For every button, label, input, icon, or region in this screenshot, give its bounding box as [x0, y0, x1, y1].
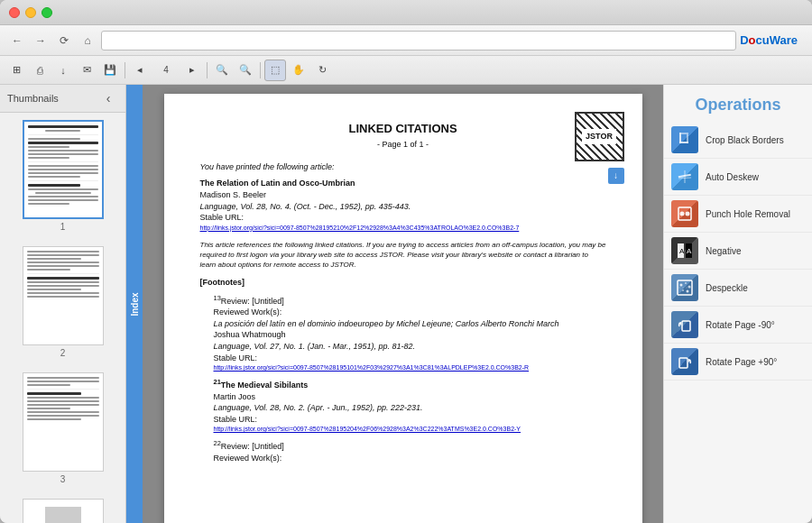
- pdf-title: LINKED CITATIONS: [200, 121, 606, 137]
- ops-label-rotate-left: Rotate Page -90°: [706, 320, 775, 330]
- pan-button[interactable]: ✋: [288, 60, 309, 81]
- refresh-button[interactable]: ⟳: [54, 31, 74, 50]
- fn2-num: 21: [214, 378, 221, 386]
- stable-url-label: Stable URL:: [200, 212, 606, 224]
- fn2-citation: Language, Vol. 28, No. 2. (Apr. - Jun., …: [214, 402, 606, 414]
- fn3-num: 22: [214, 439, 221, 447]
- ops-item-despeckle[interactable]: Despeckle: [664, 270, 812, 307]
- minimize-button[interactable]: [25, 7, 36, 18]
- thumbnail-page-2: 2: [60, 348, 66, 358]
- thumbnail-image-4: [23, 499, 104, 523]
- article-title: The Relation of Latin and Osco-Umbrian: [200, 178, 606, 189]
- separator-3: [260, 62, 261, 78]
- arrow-right-button[interactable]: ▸: [181, 60, 203, 81]
- close-button[interactable]: [9, 7, 20, 18]
- collapse-panel-button[interactable]: ‹: [98, 88, 118, 108]
- fn2-title: 21The Medieval Sibilants: [214, 378, 606, 391]
- article-citation: Language, Vol. 28, No. 4. (Oct. - Dec., …: [200, 201, 606, 213]
- ops-label-punch: Punch Hole Removal: [706, 209, 790, 219]
- home-button[interactable]: ⌂: [78, 31, 97, 50]
- save-button[interactable]: 💾: [99, 60, 121, 81]
- thumbnail-panel: Thumbnails ‹: [0, 85, 126, 523]
- fn1-title: Review: [Untitled]: [221, 297, 284, 306]
- title-bar: [0, 0, 812, 25]
- address-bar[interactable]: [101, 31, 736, 50]
- thumbnail-header: Thumbnails ‹: [0, 85, 125, 113]
- fn1-num: 13: [214, 294, 221, 302]
- side-tab[interactable]: Index: [126, 85, 143, 523]
- footnote-3: 22Review: [Untitled] Reviewed Work(s):: [214, 439, 606, 463]
- intro-text: You have printed the following article:: [200, 161, 606, 173]
- body-section: This article references the following li…: [200, 240, 606, 271]
- fn2-author: Martin Joos: [214, 391, 606, 403]
- crop-icon: [671, 126, 698, 153]
- thumbnail-item-3[interactable]: 3: [0, 365, 125, 491]
- fn2-url[interactable]: http://links.jstor.org/sici?sici=0097-85…: [214, 425, 606, 434]
- email-button[interactable]: ✉: [76, 60, 97, 81]
- thumbnail-item-4[interactable]: [0, 491, 125, 523]
- thumbnail-item-2[interactable]: 2: [0, 239, 125, 365]
- svg-point-19: [687, 290, 689, 293]
- fn1-stable-label: Stable URL:: [214, 353, 606, 364]
- zoom-in-button[interactable]: 🔍: [211, 60, 233, 81]
- despeckle-icon: [671, 274, 698, 301]
- body-text: This article references the following li…: [200, 240, 606, 271]
- svg-text:A: A: [679, 247, 685, 255]
- svg-rect-3: [681, 133, 688, 134]
- maximize-button[interactable]: [42, 7, 52, 18]
- toolbar: ⊞ ⎙ ↓ ✉ 💾 ◂ 4 ▸ 🔍 🔍 ⬚ ✋ ↻: [0, 56, 812, 85]
- article-section: The Relation of Latin and Osco-Umbrian M…: [200, 178, 606, 232]
- svg-point-8: [680, 212, 685, 216]
- separator-1: [125, 62, 125, 78]
- separator-2: [207, 62, 208, 78]
- ops-item-rotate-right[interactable]: Rotate Page +90°: [664, 344, 812, 381]
- article-author: Madison S. Beeler: [200, 189, 606, 201]
- thumbnail-image-1: [23, 120, 104, 219]
- ops-item-crop[interactable]: Crop Black Borders: [664, 122, 812, 159]
- fn2-stable-label: Stable URL:: [214, 414, 606, 426]
- download-icon[interactable]: ↓: [608, 168, 624, 184]
- ops-label-rotate-right: Rotate Page +90°: [706, 357, 777, 367]
- zoom-out-button[interactable]: 🔍: [235, 60, 256, 81]
- footnotes-label: [Footnotes]: [200, 277, 606, 289]
- print-button[interactable]: ⎙: [29, 60, 51, 81]
- svg-point-15: [680, 284, 683, 287]
- jstor-logo: JSTOR: [575, 112, 624, 161]
- ops-label-negative: Negative: [706, 246, 741, 256]
- ops-item-punch[interactable]: Punch Hole Removal: [664, 196, 812, 233]
- ops-label-deskew: Auto Deskew: [706, 172, 759, 182]
- negative-icon: A A: [671, 237, 698, 264]
- fn1-author: Joshua Whatmough: [214, 329, 606, 341]
- svg-text:A: A: [687, 247, 692, 255]
- svg-point-9: [686, 212, 690, 216]
- docuware-logo: DocuWare: [740, 33, 805, 47]
- ops-label-crop: Crop Black Borders: [706, 135, 784, 145]
- select-button[interactable]: ⬚: [264, 60, 286, 81]
- operations-title: Operations: [664, 85, 812, 122]
- nav-bar: ← → ⟳ ⌂ DocuWare: [0, 25, 812, 56]
- deskew-icon: [671, 163, 698, 190]
- svg-rect-23: [679, 358, 687, 368]
- ops-item-negative[interactable]: A A Negative: [664, 233, 812, 270]
- svg-point-18: [682, 289, 684, 291]
- fn1-work: La posición del latín en el dominio indo…: [214, 318, 606, 330]
- thumbnail-image-3: [23, 372, 104, 472]
- back-button[interactable]: ←: [7, 31, 27, 50]
- ops-item-deskew[interactable]: Auto Deskew: [664, 159, 812, 196]
- thumbnail-image-2: [23, 246, 104, 345]
- jstor-text: JSTOR: [582, 129, 616, 144]
- rotate-view-button[interactable]: ↻: [311, 60, 333, 81]
- fn1-url[interactable]: http://links.jstor.org/sici?sici=0097-85…: [214, 363, 606, 372]
- svg-point-16: [685, 282, 687, 284]
- fn3-num-title: 22Review: [Untitled]: [214, 439, 606, 453]
- forward-button[interactable]: →: [31, 31, 51, 50]
- stable-url-1[interactable]: http://links.jstor.org/sici?sici=0097-85…: [200, 224, 606, 233]
- download-button[interactable]: ↓: [52, 60, 74, 81]
- grid-button[interactable]: ⊞: [5, 60, 27, 81]
- pdf-viewer[interactable]: JSTOR ↓ LINKED CITATIONS - Page 1 of 1 -…: [143, 85, 663, 523]
- arrow-left-button[interactable]: ◂: [129, 60, 151, 81]
- ops-item-rotate-left[interactable]: Rotate Page -90°: [664, 307, 812, 344]
- thumbnail-item-1[interactable]: 1: [0, 113, 125, 239]
- svg-rect-21: [682, 321, 690, 331]
- side-tab-label: Index: [130, 292, 140, 316]
